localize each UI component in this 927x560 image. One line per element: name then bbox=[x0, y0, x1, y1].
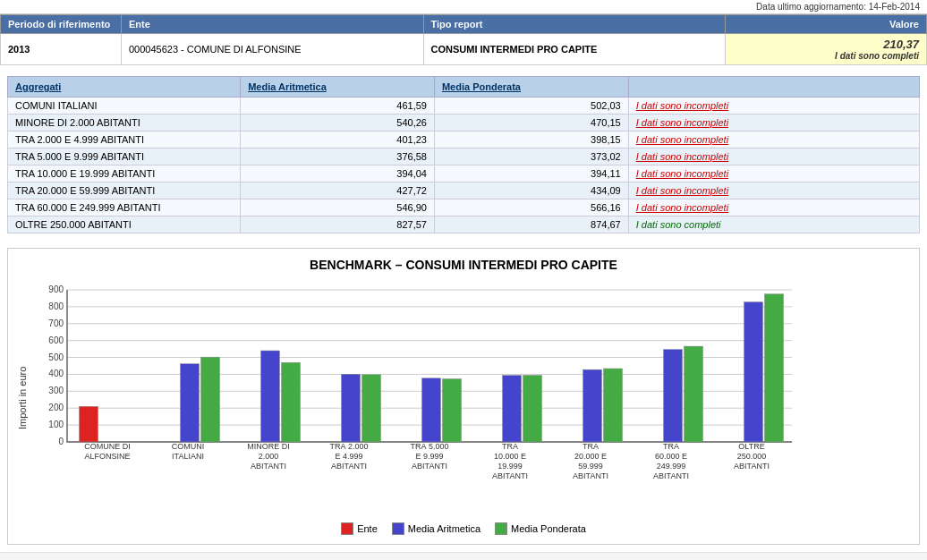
bench-row-valore-4[interactable]: I dati sono incompleti bbox=[628, 165, 919, 182]
bench-row-ma-7: 827,57 bbox=[241, 216, 435, 233]
periodo-value: 2013 bbox=[1, 34, 122, 65]
bench-row-mp-4: 394,11 bbox=[434, 165, 628, 182]
bench-col-media-ponderata: Media Ponderata bbox=[434, 77, 628, 98]
bench-row-valore-5[interactable]: I dati sono incompleti bbox=[628, 182, 919, 199]
bench-row-valore-6[interactable]: I dati sono incompleti bbox=[628, 199, 919, 216]
bench-row-aggregati-3: TRA 5.000 E 9.999 ABITANTI bbox=[8, 148, 241, 165]
bench-row-aggregati-0: COMUNI ITALIANI bbox=[8, 98, 241, 115]
legend-ma-label: Media Aritmetica bbox=[408, 523, 481, 534]
bench-row-ma-2: 401,23 bbox=[241, 132, 435, 148]
last-update-text: Data ultimo aggiornamento: 14-Feb-2014 bbox=[756, 2, 920, 12]
bench-row-mp-1: 470,15 bbox=[434, 115, 628, 132]
legend-media-aritmetica: Media Aritmetica bbox=[392, 522, 481, 535]
valore-value: 210,37 bbox=[733, 38, 919, 51]
bench-row-mp-2: 398,15 bbox=[434, 132, 628, 148]
bench-row-valore-1[interactable]: I dati sono incompleti bbox=[628, 115, 919, 132]
tipo-report-value: CONSUMI INTERMEDI PRO CAPITE bbox=[423, 34, 726, 65]
bench-row-ma-1: 540,26 bbox=[241, 115, 435, 132]
legend-ente: Ente bbox=[341, 522, 378, 535]
chart-inner bbox=[31, 281, 910, 515]
bench-col-valore bbox=[628, 77, 919, 98]
legend-mp-label: Media Ponderata bbox=[511, 523, 586, 534]
info-table: Periodo di riferimento Ente Tipo report … bbox=[0, 14, 927, 65]
legend-ente-box bbox=[341, 522, 353, 535]
valore-note: I dati sono completi bbox=[733, 51, 919, 61]
chart-canvas bbox=[31, 281, 801, 513]
chart-wrap: Importi in euro bbox=[17, 281, 910, 515]
bench-row-valore-2[interactable]: I dati sono incompleti bbox=[628, 132, 919, 148]
ente-value: 000045623 - COMUNE DI ALFONSINE bbox=[122, 34, 424, 65]
col-ente: Ente bbox=[122, 15, 424, 34]
bench-row-mp-6: 566,16 bbox=[434, 199, 628, 216]
col-valore: Valore bbox=[726, 15, 927, 34]
legend-mp-box bbox=[495, 522, 507, 535]
valore-cell: 210,37 I dati sono completi bbox=[726, 34, 927, 65]
bench-row-mp-3: 373,02 bbox=[434, 148, 628, 165]
bench-section: Aggregati Media Aritmetica Media Pondera… bbox=[0, 65, 927, 241]
col-tipo-report: Tipo report bbox=[423, 15, 726, 34]
col-periodo: Periodo di riferimento bbox=[1, 15, 122, 34]
bench-row-ma-0: 461,59 bbox=[241, 98, 435, 115]
bench-col-media-aritmetica: Media Aritmetica bbox=[241, 77, 435, 98]
bench-row-aggregati-4: TRA 10.000 E 19.999 ABITANTI bbox=[8, 165, 241, 182]
main-container: Data ultimo aggiornamento: 14-Feb-2014 P… bbox=[0, 0, 927, 560]
footer-bar: Copyright 2010 Siope - Banca D'Italia Ve… bbox=[0, 552, 927, 560]
bench-row-aggregati-6: TRA 60.000 E 249.999 ABITANTI bbox=[8, 199, 241, 216]
bench-row-mp-7: 874,67 bbox=[434, 216, 628, 233]
legend-media-ponderata: Media Ponderata bbox=[495, 522, 586, 535]
bench-row-ma-3: 376,58 bbox=[241, 148, 435, 165]
y-axis-label: Importi in euro bbox=[17, 281, 28, 515]
bench-row-aggregati-2: TRA 2.000 E 4.999 ABITANTI bbox=[8, 132, 241, 148]
bench-row-ma-5: 427,72 bbox=[241, 182, 435, 199]
bench-row-aggregati-1: MINORE DI 2.000 ABITANTI bbox=[8, 115, 241, 132]
bench-row-aggregati-5: TRA 20.000 E 59.999 ABITANTI bbox=[8, 182, 241, 199]
bench-table: Aggregati Media Aritmetica Media Pondera… bbox=[7, 76, 920, 233]
legend-ma-box bbox=[392, 522, 404, 535]
bench-row-valore-3[interactable]: I dati sono incompleti bbox=[628, 148, 919, 165]
chart-title: BENCHMARK – CONSUMI INTERMEDI PRO CAPITE bbox=[17, 258, 910, 272]
bench-row-valore-7: I dati sono completi bbox=[628, 216, 919, 233]
bench-row-mp-0: 502,03 bbox=[434, 98, 628, 115]
bench-col-aggregati: Aggregati bbox=[8, 77, 241, 98]
bench-row-valore-0[interactable]: I dati sono incompleti bbox=[628, 98, 919, 115]
chart-legend: Ente Media Aritmetica Media Ponderata bbox=[17, 522, 910, 535]
bench-row-aggregati-7: OLTRE 250.000 ABITANTI bbox=[8, 216, 241, 233]
bench-row-mp-5: 434,09 bbox=[434, 182, 628, 199]
chart-container: BENCHMARK – CONSUMI INTERMEDI PRO CAPITE… bbox=[7, 248, 920, 545]
bench-row-ma-6: 546,90 bbox=[241, 199, 435, 216]
header-bar: Data ultimo aggiornamento: 14-Feb-2014 bbox=[0, 0, 927, 14]
legend-ente-label: Ente bbox=[357, 523, 378, 534]
bench-row-ma-4: 394,04 bbox=[241, 165, 435, 182]
